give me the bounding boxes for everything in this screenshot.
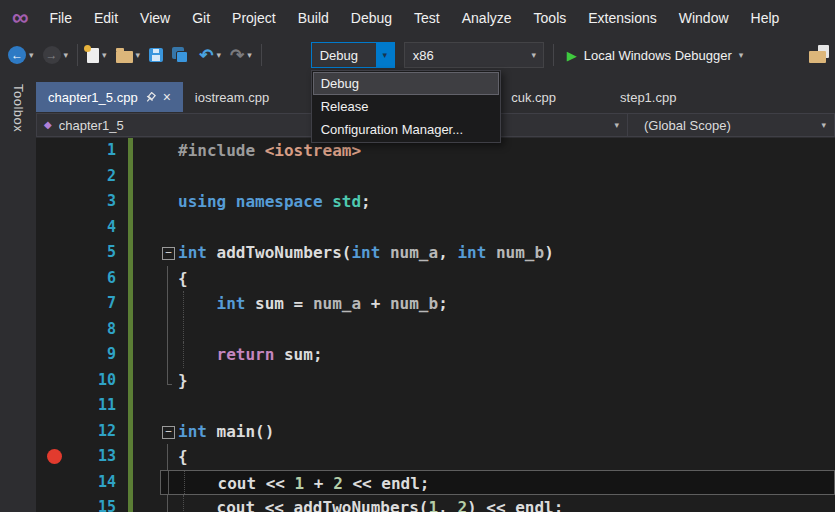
menu-item-test[interactable]: Test (403, 10, 451, 26)
breakpoint-margin[interactable] (36, 266, 74, 292)
code-line: 7 int sum = num_a + num_b; (36, 291, 835, 317)
code-text[interactable]: int main() (176, 419, 835, 445)
menu-item-git[interactable]: Git (181, 10, 221, 26)
chevron-down-icon[interactable]: ▾ (739, 51, 744, 60)
fold-guide (161, 471, 177, 495)
dropdown-item[interactable]: Configuration Manager... (313, 118, 499, 141)
chevron-down-icon[interactable]: ▾ (102, 51, 107, 60)
code-text[interactable]: { (176, 266, 835, 292)
code-text[interactable]: { (176, 444, 835, 470)
breakpoint-margin[interactable] (36, 317, 74, 343)
breakpoint-margin[interactable] (36, 470, 74, 496)
code-text[interactable]: } (176, 368, 835, 394)
menu-item-view[interactable]: View (129, 10, 181, 26)
toolbox-label: Toolbox (11, 84, 26, 512)
code-line: 14 cout << 1 + 2 << endl; (36, 470, 835, 496)
breakpoint-margin[interactable] (36, 164, 74, 190)
chevron-down-icon[interactable]: ▾ (216, 51, 221, 60)
line-number: 5 (74, 240, 120, 266)
code-text[interactable]: using namespace std; (176, 189, 835, 215)
code-text[interactable]: cout << addTwoNumbers(1, 2) << endl; (176, 495, 835, 512)
breakpoint-margin[interactable] (36, 215, 74, 241)
dropdown-item[interactable]: Debug (313, 72, 499, 95)
back-arrow-icon: ← (8, 46, 26, 64)
menu-item-edit[interactable]: Edit (83, 10, 129, 26)
chevron-down-icon[interactable]: ▾ (136, 51, 141, 60)
visual-studio-logo-icon: ∞ (12, 6, 28, 29)
breakpoint-margin[interactable] (36, 368, 74, 394)
code-text[interactable] (176, 317, 835, 343)
code-line: 13{ (36, 444, 835, 470)
tab-label: chapter1_5.cpp (48, 90, 138, 105)
chevron-down-icon: ▾ (821, 121, 826, 130)
menu-item-project[interactable]: Project (221, 10, 287, 26)
navigate-back-button[interactable]: ← ▾ (8, 46, 34, 64)
code-text[interactable] (176, 164, 835, 190)
code-editor[interactable]: 1#include <iostream>23using namespace st… (36, 138, 835, 512)
menu-item-extensions[interactable]: Extensions (577, 10, 667, 26)
menu-item-debug[interactable]: Debug (340, 10, 403, 26)
breakpoint-margin[interactable] (36, 342, 74, 368)
breakpoint-margin[interactable] (36, 444, 74, 470)
code-text[interactable] (176, 393, 835, 419)
new-file-icon (87, 48, 99, 63)
code-line: 11 (36, 393, 835, 419)
code-text[interactable] (176, 215, 835, 241)
code-text[interactable]: int addTwoNumbers(int num_a, int num_b) (176, 240, 835, 266)
line-number: 1 (74, 138, 120, 164)
pin-icon[interactable] (145, 92, 156, 103)
menu-item-window[interactable]: Window (668, 10, 740, 26)
code-text[interactable]: #include <iostream> (176, 138, 835, 164)
chevron-down-icon[interactable]: ▾ (29, 51, 34, 60)
breakpoint-dot[interactable] (47, 449, 62, 464)
breakpoint-margin[interactable] (36, 189, 74, 215)
breakpoint-margin[interactable] (36, 419, 74, 445)
new-file-button[interactable]: ▾ (87, 48, 107, 63)
save-all-button[interactable] (172, 47, 190, 63)
code-text[interactable]: cout << 1 + 2 << endl; (177, 471, 834, 495)
fold-guide (160, 189, 176, 215)
platform-dropdown-button[interactable]: ▾ (525, 43, 543, 67)
breakpoint-margin[interactable] (36, 393, 74, 419)
toolbar-separator (261, 44, 262, 66)
menu-item-file[interactable]: File (38, 10, 83, 26)
breakpoint-margin[interactable] (36, 291, 74, 317)
fold-collapse-button[interactable] (160, 419, 176, 445)
breakpoint-margin[interactable] (36, 495, 74, 512)
breakpoint-margin[interactable] (36, 240, 74, 266)
dropdown-item[interactable]: Release (313, 95, 499, 118)
open-file-button[interactable]: ▾ (116, 48, 141, 63)
menu-item-build[interactable]: Build (287, 10, 340, 26)
menu-item-analyze[interactable]: Analyze (451, 10, 523, 26)
navigate-forward-button[interactable]: → ▾ (43, 46, 69, 64)
breakpoint-margin[interactable] (36, 138, 74, 164)
line-number: 11 (74, 393, 120, 419)
line-number: 13 (74, 444, 120, 470)
save-button[interactable] (149, 48, 163, 62)
code-line: 9 return sum; (36, 342, 835, 368)
menu-item-tools[interactable]: Tools (523, 10, 578, 26)
undo-icon: ↶ (199, 47, 213, 64)
redo-button[interactable]: ↷ ▾ (230, 47, 252, 64)
fold-collapse-button[interactable] (160, 240, 176, 266)
undo-button[interactable]: ↶ ▾ (199, 47, 221, 64)
start-debugging-button[interactable]: ▶ Local Windows Debugger ▾ (563, 48, 748, 63)
tab-iostream.cpp[interactable]: iostream.cpp (183, 82, 281, 112)
code-line: 4 (36, 215, 835, 241)
configuration-dropdown-button[interactable]: ▾ (376, 43, 394, 67)
fold-guide (160, 164, 176, 190)
code-text[interactable]: return sum; (176, 342, 835, 368)
solution-explorer-icon[interactable] (809, 45, 833, 65)
tab-step1.cpp[interactable]: step1.cpp (608, 82, 688, 112)
menu-item-help[interactable]: Help (740, 10, 791, 26)
toolbox-panel-tab[interactable]: Toolbox (0, 74, 36, 512)
configuration-dropdown-list: DebugReleaseConfiguration Manager... (311, 70, 501, 143)
solution-platform-combo[interactable]: x86 ▾ (404, 42, 544, 68)
solution-configuration-combo[interactable]: Debug ▾ DebugReleaseConfiguration Manage… (311, 42, 395, 68)
code-text[interactable]: int sum = num_a + num_b; (176, 291, 835, 317)
fold-guide (160, 368, 176, 394)
tab-chapter1_5.cpp[interactable]: chapter1_5.cpp× (36, 82, 183, 112)
tab-cuk.cpp[interactable]: cuk.cpp (509, 82, 568, 112)
members-dropdown[interactable]: (Global Scope) ▾ (628, 113, 835, 137)
close-icon[interactable]: × (163, 90, 171, 104)
